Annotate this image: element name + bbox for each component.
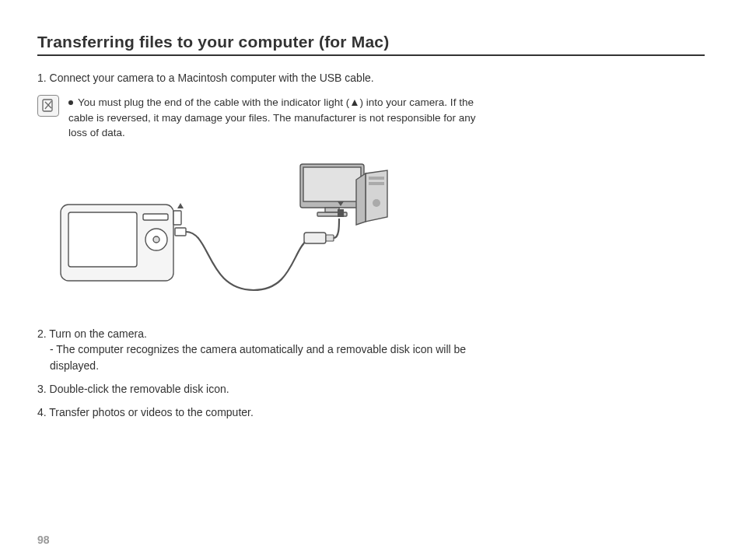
svg-point-4 [153, 236, 159, 243]
step-number: 3. [37, 383, 50, 395]
step-text: Turn on the camera. [49, 327, 147, 340]
step-3: 3. Double-click the removable disk icon. [37, 381, 496, 397]
svg-rect-7 [175, 228, 186, 236]
page-title: Transferring files to your computer (for… [37, 33, 705, 56]
svg-rect-8 [304, 233, 326, 243]
connection-illustration [44, 158, 496, 306]
svg-rect-15 [369, 182, 384, 185]
step-1: 1. Connect your camera to a Macintosh co… [37, 70, 496, 86]
page-number: 98 [37, 534, 50, 546]
manual-page: Transferring files to your computer (for… [0, 0, 742, 560]
svg-rect-2 [68, 212, 137, 267]
svg-rect-9 [326, 235, 334, 241]
bullet-icon [68, 100, 73, 105]
svg-rect-12 [325, 208, 339, 212]
note-block: You must plug the end of the cable with … [37, 95, 496, 141]
svg-rect-6 [173, 211, 181, 225]
step-number: 4. [37, 406, 49, 418]
step-text: Transfer photos or videos to the compute… [49, 406, 254, 418]
note-text: You must plug the end of the cable with … [68, 95, 496, 141]
svg-point-16 [373, 199, 380, 207]
note-icon [37, 95, 59, 117]
step-text: Double-click the removable disk icon. [50, 383, 229, 395]
step-number: 1. [37, 72, 50, 84]
svg-rect-5 [143, 214, 168, 220]
step-4: 4. Transfer photos or videos to the comp… [37, 404, 496, 420]
svg-rect-17 [338, 209, 344, 217]
svg-rect-14 [369, 177, 384, 180]
step-number: 2. [37, 327, 49, 340]
svg-rect-11 [303, 167, 361, 201]
content-column: 1. Connect your camera to a Macintosh co… [37, 70, 496, 420]
step-2: 2. Turn on the camera. - The computer re… [37, 326, 496, 373]
step-sub: - The computer recognizes the camera aut… [37, 341, 496, 373]
step-text: Connect your camera to a Macintosh compu… [50, 72, 374, 84]
